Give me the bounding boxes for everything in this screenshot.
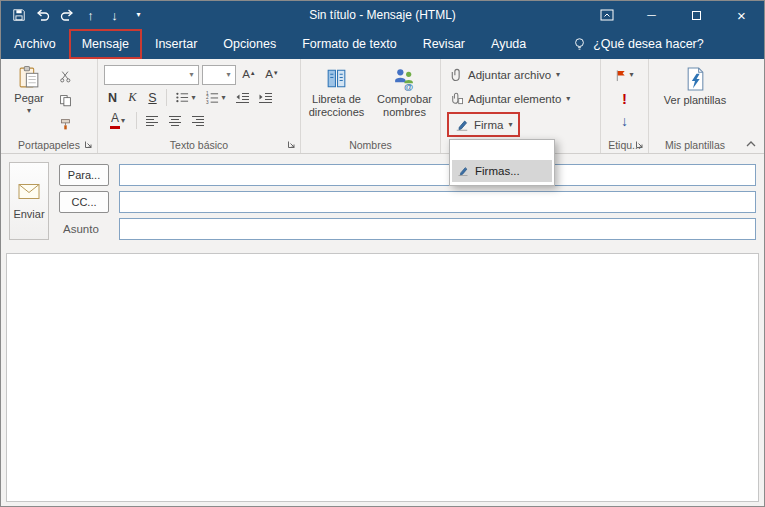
- copy-button[interactable]: [55, 90, 75, 110]
- format-painter-button[interactable]: [55, 114, 75, 134]
- move-up-button[interactable]: ↑: [79, 3, 102, 27]
- format-painter-icon: [59, 118, 72, 131]
- align-left-button[interactable]: [142, 111, 162, 131]
- close-button[interactable]: ×: [719, 1, 764, 29]
- check-names-button[interactable]: @ Comprobar nombres: [372, 64, 438, 137]
- font-row: ▾ ▾ A▲ A▼: [104, 63, 296, 86]
- message-header: Enviar Para... CC... Asunto: [1, 154, 764, 253]
- attach-item-button[interactable]: Adjuntar elemento ▾: [447, 88, 574, 109]
- tab-revisar[interactable]: Revisar: [410, 29, 478, 59]
- shrink-font-button[interactable]: A▼: [262, 65, 282, 85]
- signature-button[interactable]: Firma ▾: [451, 114, 516, 135]
- to-button[interactable]: Para...: [59, 164, 109, 186]
- paragraph-row: A ▾: [104, 109, 296, 132]
- italic-button[interactable]: K: [124, 88, 141, 108]
- check-names-label: Comprobar nombres: [372, 93, 438, 118]
- check-names-icon: @: [392, 66, 417, 91]
- to-row: Para...: [59, 164, 756, 186]
- font-color-button[interactable]: A ▾: [104, 111, 131, 131]
- chevron-down-icon: ▾: [185, 70, 198, 79]
- chevron-down-icon: ▾: [556, 71, 560, 79]
- high-importance-button[interactable]: !: [609, 88, 641, 108]
- format-row: N K S ▾ 123 ▾: [104, 86, 296, 109]
- chevron-down-icon: ▾: [629, 71, 633, 79]
- move-down-button[interactable]: ↓: [103, 3, 126, 27]
- attach-file-button[interactable]: Adjuntar archivo ▾: [447, 64, 564, 85]
- undo-icon: [36, 9, 50, 21]
- font-size-combo[interactable]: ▾: [202, 65, 236, 85]
- underline-button[interactable]: S: [144, 88, 161, 108]
- paperclip-icon: [451, 67, 463, 82]
- subject-input[interactable]: [120, 219, 755, 239]
- group-nombres: Libreta de direcciones @ Comprobar nombr…: [301, 59, 441, 153]
- customize-quick-access-button[interactable]: ▾: [127, 3, 150, 27]
- view-templates-button[interactable]: Ver plantillas: [653, 64, 737, 137]
- grow-font-icon: A▲: [242, 69, 256, 81]
- to-input[interactable]: [120, 165, 755, 185]
- message-body[interactable]: [6, 253, 759, 502]
- tab-archivo[interactable]: Archivo: [1, 29, 69, 59]
- lightbulb-icon: [573, 37, 586, 52]
- tell-me-box[interactable]: ¿Qué desea hacer?: [565, 29, 712, 59]
- address-book-icon: [324, 66, 349, 91]
- minimize-button[interactable]: ─: [629, 1, 674, 29]
- outlook-message-window: ↑ ↓ ▾ Sin título - Mensaje (HTML) ─ ×: [0, 0, 765, 507]
- ribbon-tab-bar: Archivo Mensaje Insertar Opciones Format…: [1, 29, 764, 59]
- tab-ayuda[interactable]: Ayuda: [478, 29, 539, 59]
- menu-item-firmas[interactable]: Firmas...: [452, 160, 552, 182]
- align-right-icon: [191, 115, 205, 127]
- chevron-down-icon: ▾: [136, 11, 140, 19]
- redo-button[interactable]: [55, 3, 78, 27]
- undo-button[interactable]: [31, 3, 54, 27]
- group-incluir: Adjuntar archivo ▾ Adjuntar elemento ▾ F…: [441, 59, 601, 153]
- address-book-button[interactable]: Libreta de direcciones: [304, 64, 370, 137]
- maximize-button[interactable]: [674, 1, 719, 29]
- follow-up-flag-button[interactable]: ▾: [609, 65, 641, 85]
- decrease-indent-button[interactable]: [232, 88, 252, 108]
- save-button[interactable]: [7, 3, 30, 27]
- bullets-button[interactable]: ▾: [172, 88, 199, 108]
- align-center-icon: [168, 115, 182, 127]
- font-name-combo[interactable]: ▾: [104, 65, 199, 85]
- address-book-label: Libreta de direcciones: [304, 93, 370, 118]
- dialog-launcher-icon: [287, 140, 296, 149]
- bold-button[interactable]: N: [104, 88, 121, 108]
- titlebar: ↑ ↓ ▾ Sin título - Mensaje (HTML) ─ ×: [1, 1, 764, 29]
- cc-input[interactable]: [120, 192, 755, 212]
- view-templates-label: Ver plantillas: [664, 94, 726, 107]
- align-right-button[interactable]: [188, 111, 208, 131]
- tab-formato-de-texto[interactable]: Formato de texto: [289, 29, 410, 59]
- cut-button[interactable]: [55, 66, 75, 86]
- tab-insertar[interactable]: Insertar: [142, 29, 210, 59]
- ribbon-display-options-button[interactable]: [584, 1, 629, 29]
- tab-mensaje[interactable]: Mensaje: [69, 29, 142, 59]
- send-label: Enviar: [13, 208, 44, 220]
- send-button[interactable]: Enviar: [9, 162, 49, 240]
- tab-opciones[interactable]: Opciones: [210, 29, 289, 59]
- grow-font-button[interactable]: A▲: [239, 65, 259, 85]
- basic-text-dialog-launcher[interactable]: [286, 139, 297, 150]
- copy-icon: [59, 94, 72, 107]
- save-icon: [12, 8, 26, 22]
- cc-button[interactable]: CC...: [59, 191, 109, 213]
- align-left-icon: [145, 115, 159, 127]
- tags-dialog-launcher[interactable]: [634, 139, 645, 150]
- clipboard-small-buttons: [55, 63, 75, 137]
- paste-button[interactable]: Pegar ▾: [8, 63, 50, 137]
- maximize-icon: [692, 11, 701, 20]
- group-texto-basico: ▾ ▾ A▲ A▼ N K S ▾: [98, 59, 301, 153]
- group-label-nombres: Nombres: [301, 139, 440, 151]
- signature-pen-icon: [455, 118, 469, 132]
- chevron-down-icon: ▾: [566, 95, 570, 103]
- cc-field: [119, 191, 756, 213]
- numbering-button[interactable]: 123 ▾: [202, 88, 229, 108]
- cut-icon: [59, 70, 72, 83]
- clipboard-dialog-launcher[interactable]: [83, 139, 94, 150]
- low-importance-button[interactable]: ↓: [609, 111, 641, 131]
- increase-indent-icon: [258, 92, 273, 104]
- collapse-ribbon-button[interactable]: [745, 140, 757, 148]
- group-label-texto-basico: Texto básico: [98, 139, 300, 151]
- increase-indent-button[interactable]: [255, 88, 275, 108]
- dialog-launcher-icon: [635, 140, 644, 149]
- align-center-button[interactable]: [165, 111, 185, 131]
